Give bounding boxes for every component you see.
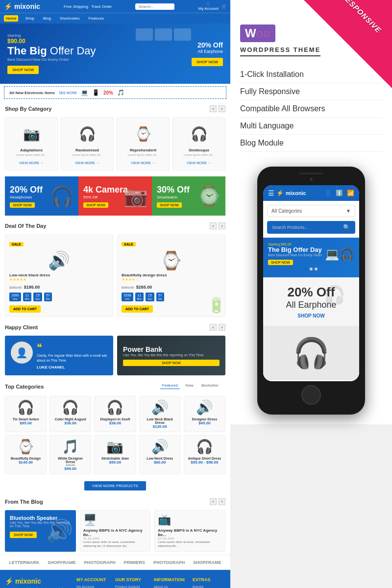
product-img-3: 🔊 xyxy=(143,399,177,416)
product-img-2: 🎧 xyxy=(98,399,132,416)
blog-post-0[interactable]: 🖥️ Anyway BBPS is A NYC Agency Be... 15 … xyxy=(80,510,151,552)
footer-col-1: OUR STORY Product Support PC Shop & Supp… xyxy=(115,577,148,588)
pb-btn[interactable]: SHOP NOW xyxy=(123,360,220,366)
cat-view-1[interactable]: VIEW MORE → xyxy=(75,161,99,165)
phone-starting: Starting $90.00 xyxy=(268,243,322,246)
category-randomised[interactable]: 🎧 Randomised Lorem ipsum dolor sit... VI… xyxy=(61,117,114,171)
nav-shortcodes[interactable]: Shortcodes xyxy=(58,15,81,22)
cat-name-1: Randomised xyxy=(64,148,110,152)
footer-col-title-3: EXTRAS xyxy=(193,577,225,582)
promo-btn-1[interactable]: SHOP NOW xyxy=(83,202,108,208)
client-prev[interactable]: ‹ xyxy=(210,324,217,331)
phone-logo-icon: ⚡ xyxy=(276,190,284,196)
nav-blog[interactable]: Blog xyxy=(41,15,53,22)
phone-info-icon[interactable]: ℹ️ xyxy=(336,190,343,196)
promo-btn-2[interactable]: SHOP NOW xyxy=(157,202,182,208)
deal-prev[interactable]: ‹ xyxy=(210,222,217,229)
hero-discount: 20% Off xyxy=(192,41,223,49)
product-2[interactable]: 🎧 Displayon In Ssoft $38.00 xyxy=(94,396,136,432)
hero-shop-btn[interactable]: SHOP NOW xyxy=(192,58,223,66)
cat-view-3[interactable]: VIEW MORE → xyxy=(187,161,211,165)
product-7[interactable]: 📷 Stretchable Jean $50.00 xyxy=(94,435,136,474)
product-9[interactable]: 🎧 Antique Short Dress $50.00 - $58.00 xyxy=(184,435,225,474)
product-5[interactable]: ⌚ Beautifully Design $140.00 xyxy=(5,435,47,474)
banner-see-more[interactable]: SEE MORE xyxy=(59,91,77,95)
dot-2 xyxy=(315,268,318,270)
phone-user-icon[interactable]: 👤 xyxy=(324,190,332,196)
product-6[interactable]: 🎵 White Designer Dress $95.00 $99.00 xyxy=(49,435,91,474)
blog-text-0: Lorem ipsum dolor sit amet, consectetur … xyxy=(83,540,147,548)
product-0[interactable]: 🎧 Tix Smart Anton $95.00 xyxy=(5,396,47,432)
dropdown-arrow: ▼ xyxy=(346,208,351,214)
promo-btn-0[interactable]: SHOP NOW xyxy=(10,202,35,208)
category-similesque[interactable]: 🎧 Similesque Lorem ipsum dolor sit... VI… xyxy=(172,117,225,171)
footer-grid: ⚡ mixonic Lorem ipsum dolor sit amet, co… xyxy=(5,577,225,588)
cat-name-3: Similesque xyxy=(176,148,222,152)
nav-shop[interactable]: Shop xyxy=(23,15,36,22)
phone-search-icon[interactable]: 🔍 xyxy=(343,224,350,231)
deal-next[interactable]: › xyxy=(219,222,225,229)
product-1[interactable]: 🎧 Color Night August $36.00 xyxy=(49,396,91,432)
view-more-products[interactable]: VIEW MORE PRODUCTS xyxy=(84,481,146,490)
hero-cta-button[interactable]: SHOP NOW xyxy=(7,66,39,74)
add-to-cart-1[interactable]: ADD TO CART xyxy=(122,305,153,313)
category-reprehenderit[interactable]: ⌚ Reprehenderit Lorem ipsum dolor sit...… xyxy=(117,117,170,171)
product-price-3: $120.00 xyxy=(143,424,177,429)
phone-hero-img: 💻🎧 xyxy=(325,247,354,261)
cat-img-2: ⌚ xyxy=(131,122,155,146)
footer-col-title-0: MY ACCOUNT xyxy=(76,577,109,582)
footer-product-support[interactable]: Product Support xyxy=(115,585,148,588)
phone-hero-btn[interactable]: SHOP NOW xyxy=(268,260,293,265)
client-next[interactable]: › xyxy=(219,324,225,331)
earphone-visual: 🎧 xyxy=(293,337,330,369)
product-8[interactable]: 🔊 Low Neck Dress $60.00 xyxy=(139,435,181,474)
phone-mockup-container: ☰ ⚡ mixonic 👤 ℹ️ 📶 All Categories ▼ xyxy=(240,167,382,415)
my-account[interactable]: 👤 My Account xyxy=(198,2,219,11)
prev-btn[interactable]: ‹ xyxy=(210,105,217,112)
product-4[interactable]: 🔊 Designer Dress $45.00 xyxy=(184,396,225,432)
tab-new[interactable]: New xyxy=(184,382,196,389)
add-to-cart-0[interactable]: ADD TO CART xyxy=(9,305,41,313)
footer-my-account[interactable]: My Account xyxy=(76,585,109,588)
deal-badge-1: SALE xyxy=(122,242,136,246)
tab-bestseller[interactable]: Bestseller xyxy=(199,382,220,389)
hero-starting: Starting xyxy=(7,33,96,38)
cat-view-0[interactable]: VIEW MORE → xyxy=(19,161,44,165)
phone-search-bar[interactable]: Search Products... 🔍 xyxy=(267,221,355,234)
product-img-1: 🎧 xyxy=(53,399,88,416)
deal-controls: ‹ › xyxy=(210,222,225,229)
phone-signal-icon[interactable]: 📶 xyxy=(347,190,354,196)
hero-section: Starting $90.00 The Big Offer Day Best D… xyxy=(0,24,230,84)
hamburger-icon[interactable]: ☰ xyxy=(268,189,274,197)
brand-2: PHOTOGRAPH xyxy=(84,560,115,565)
phone-logo-text: mixonic xyxy=(286,190,306,196)
dot-1 xyxy=(310,268,313,270)
feature-text-0: 1-Click Installation xyxy=(240,70,304,79)
cart[interactable]: 🛒 xyxy=(221,4,226,9)
hero-title: The Big Offer Day xyxy=(7,45,96,57)
tab-featured[interactable]: Featured xyxy=(160,382,180,389)
category-adaptations[interactable]: 📷 Adaptations Lorem ipsum dolor sit... V… xyxy=(5,117,58,171)
footer-brands[interactable]: Brands xyxy=(193,585,225,588)
phone-promo-btn[interactable]: SHOP NOW xyxy=(268,313,354,318)
nav-features[interactable]: Features xyxy=(87,15,106,22)
hero-badge: 20% Off All Earphone SHOP NOW xyxy=(192,41,223,66)
footer-about-us[interactable]: About Us xyxy=(154,585,187,588)
nav-home[interactable]: Home xyxy=(4,15,18,22)
blog-prev[interactable]: ‹ xyxy=(210,498,217,505)
cat-view-2[interactable]: VIEW MORE → xyxy=(131,161,155,165)
banner-product-3: 🎵 xyxy=(117,89,124,96)
search-input[interactable] xyxy=(135,3,174,10)
blog-next[interactable]: › xyxy=(219,498,225,505)
phone-indicators xyxy=(268,266,354,272)
quote-icon: ❝ xyxy=(37,342,107,353)
min-0: 11Min xyxy=(23,293,31,301)
phone-category-dropdown[interactable]: All Categories ▼ xyxy=(267,205,355,217)
blog-feat-btn[interactable]: SHOP NOW xyxy=(10,532,37,538)
phone-home-button[interactable] xyxy=(301,385,321,405)
footer-logo: ⚡ mixonic xyxy=(5,577,71,585)
blog-post-1[interactable]: 📺 Anyway BBPS is A NYC Agency Be... 15 J… xyxy=(154,510,225,552)
product-3[interactable]: 🔊 Low Neck Black Dress $120.00 xyxy=(139,396,181,432)
deal-price-0: $195.00 xyxy=(24,285,40,290)
next-btn[interactable]: › xyxy=(219,105,225,112)
